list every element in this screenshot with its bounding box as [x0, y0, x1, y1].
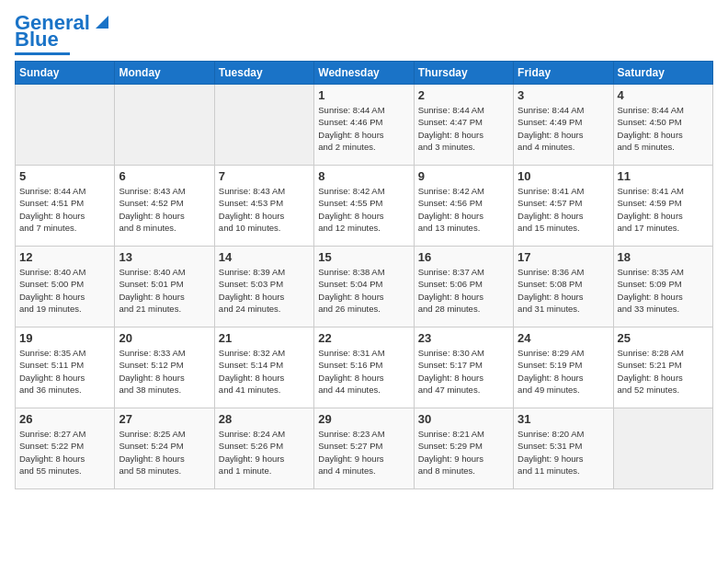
day-number: 21: [219, 331, 310, 345]
logo-icon: [92, 12, 112, 32]
day-info: Sunrise: 8:27 AM Sunset: 5:22 PM Dayligh…: [19, 428, 110, 477]
day-cell: 22Sunrise: 8:31 AM Sunset: 5:16 PM Dayli…: [314, 327, 414, 408]
day-cell: [115, 85, 214, 166]
day-cell: 17Sunrise: 8:36 AM Sunset: 5:08 PM Dayli…: [514, 247, 613, 327]
day-info: Sunrise: 8:30 AM Sunset: 5:17 PM Dayligh…: [418, 347, 509, 396]
day-info: Sunrise: 8:44 AM Sunset: 4:50 PM Dayligh…: [618, 104, 709, 153]
day-number: 11: [618, 169, 709, 183]
week-row-5: 26Sunrise: 8:27 AM Sunset: 5:22 PM Dayli…: [16, 408, 713, 489]
day-cell: 1Sunrise: 8:44 AM Sunset: 4:46 PM Daylig…: [314, 85, 414, 166]
day-info: Sunrise: 8:23 AM Sunset: 5:27 PM Dayligh…: [318, 428, 409, 477]
day-cell: 29Sunrise: 8:23 AM Sunset: 5:27 PM Dayli…: [314, 408, 414, 489]
day-info: Sunrise: 8:28 AM Sunset: 5:21 PM Dayligh…: [618, 347, 709, 396]
day-number: 5: [19, 169, 110, 183]
week-row-2: 5Sunrise: 8:44 AM Sunset: 4:51 PM Daylig…: [16, 166, 713, 247]
day-cell: 26Sunrise: 8:27 AM Sunset: 5:22 PM Dayli…: [16, 408, 115, 489]
week-row-3: 12Sunrise: 8:40 AM Sunset: 5:00 PM Dayli…: [16, 247, 713, 327]
day-info: Sunrise: 8:42 AM Sunset: 4:55 PM Dayligh…: [318, 185, 409, 234]
day-cell: [16, 85, 115, 166]
day-number: 31: [518, 412, 609, 426]
day-cell: 9Sunrise: 8:42 AM Sunset: 4:56 PM Daylig…: [414, 166, 513, 247]
day-info: Sunrise: 8:41 AM Sunset: 4:59 PM Dayligh…: [618, 185, 709, 234]
day-info: Sunrise: 8:24 AM Sunset: 5:26 PM Dayligh…: [219, 428, 310, 477]
week-row-1: 1Sunrise: 8:44 AM Sunset: 4:46 PM Daylig…: [16, 85, 713, 166]
day-cell: 3Sunrise: 8:44 AM Sunset: 4:49 PM Daylig…: [514, 85, 613, 166]
day-info: Sunrise: 8:37 AM Sunset: 5:06 PM Dayligh…: [418, 266, 509, 315]
day-number: 8: [318, 169, 409, 183]
svg-marker-0: [96, 16, 108, 29]
day-cell: 19Sunrise: 8:35 AM Sunset: 5:11 PM Dayli…: [16, 327, 115, 408]
day-info: Sunrise: 8:21 AM Sunset: 5:29 PM Dayligh…: [418, 428, 509, 477]
day-cell: 13Sunrise: 8:40 AM Sunset: 5:01 PM Dayli…: [115, 247, 214, 327]
day-info: Sunrise: 8:42 AM Sunset: 4:56 PM Dayligh…: [418, 185, 509, 234]
day-cell: 21Sunrise: 8:32 AM Sunset: 5:14 PM Dayli…: [214, 327, 313, 408]
day-info: Sunrise: 8:25 AM Sunset: 5:24 PM Dayligh…: [119, 428, 210, 477]
day-cell: 30Sunrise: 8:21 AM Sunset: 5:29 PM Dayli…: [414, 408, 513, 489]
day-cell: 12Sunrise: 8:40 AM Sunset: 5:00 PM Dayli…: [16, 247, 115, 327]
day-cell: 8Sunrise: 8:42 AM Sunset: 4:55 PM Daylig…: [314, 166, 414, 247]
day-info: Sunrise: 8:31 AM Sunset: 5:16 PM Dayligh…: [318, 347, 409, 396]
day-cell: 10Sunrise: 8:41 AM Sunset: 4:57 PM Dayli…: [514, 166, 613, 247]
day-number: 26: [19, 412, 110, 426]
day-number: 29: [318, 412, 409, 426]
day-info: Sunrise: 8:43 AM Sunset: 4:53 PM Dayligh…: [219, 185, 310, 234]
day-number: 19: [19, 331, 110, 345]
day-info: Sunrise: 8:39 AM Sunset: 5:03 PM Dayligh…: [219, 266, 310, 315]
day-info: Sunrise: 8:44 AM Sunset: 4:51 PM Dayligh…: [19, 185, 110, 234]
day-cell: 18Sunrise: 8:35 AM Sunset: 5:09 PM Dayli…: [613, 247, 712, 327]
day-number: 24: [518, 331, 609, 345]
weekday-header-row: SundayMondayTuesdayWednesdayThursdayFrid…: [16, 62, 713, 85]
day-info: Sunrise: 8:43 AM Sunset: 4:52 PM Dayligh…: [119, 185, 210, 234]
weekday-header-sunday: Sunday: [16, 62, 115, 85]
day-number: 12: [19, 250, 110, 264]
day-number: 18: [618, 250, 709, 264]
day-number: 9: [418, 169, 509, 183]
day-number: 30: [418, 412, 509, 426]
day-number: 10: [518, 169, 609, 183]
day-cell: 27Sunrise: 8:25 AM Sunset: 5:24 PM Dayli…: [115, 408, 214, 489]
day-number: 14: [219, 250, 310, 264]
day-info: Sunrise: 8:40 AM Sunset: 5:01 PM Dayligh…: [119, 266, 210, 315]
day-info: Sunrise: 8:44 AM Sunset: 4:49 PM Dayligh…: [518, 104, 609, 153]
day-number: 6: [119, 169, 210, 183]
day-info: Sunrise: 8:29 AM Sunset: 5:19 PM Dayligh…: [518, 347, 609, 396]
header: General Blue: [15, 9, 713, 55]
day-info: Sunrise: 8:32 AM Sunset: 5:14 PM Dayligh…: [219, 347, 310, 396]
day-cell: 25Sunrise: 8:28 AM Sunset: 5:21 PM Dayli…: [613, 327, 712, 408]
day-info: Sunrise: 8:35 AM Sunset: 5:09 PM Dayligh…: [618, 266, 709, 315]
day-info: Sunrise: 8:35 AM Sunset: 5:11 PM Dayligh…: [19, 347, 110, 396]
day-number: 27: [119, 412, 210, 426]
day-cell: 15Sunrise: 8:38 AM Sunset: 5:04 PM Dayli…: [314, 247, 414, 327]
day-info: Sunrise: 8:44 AM Sunset: 4:47 PM Dayligh…: [418, 104, 509, 153]
day-cell: 2Sunrise: 8:44 AM Sunset: 4:47 PM Daylig…: [414, 85, 513, 166]
day-cell: 16Sunrise: 8:37 AM Sunset: 5:06 PM Dayli…: [414, 247, 513, 327]
day-number: 1: [318, 88, 409, 102]
weekday-header-tuesday: Tuesday: [214, 62, 313, 85]
week-row-4: 19Sunrise: 8:35 AM Sunset: 5:11 PM Dayli…: [16, 327, 713, 408]
day-cell: 5Sunrise: 8:44 AM Sunset: 4:51 PM Daylig…: [16, 166, 115, 247]
day-number: 2: [418, 88, 509, 102]
day-number: 28: [219, 412, 310, 426]
day-info: Sunrise: 8:44 AM Sunset: 4:46 PM Dayligh…: [318, 104, 409, 153]
day-cell: 20Sunrise: 8:33 AM Sunset: 5:12 PM Dayli…: [115, 327, 214, 408]
day-cell: 28Sunrise: 8:24 AM Sunset: 5:26 PM Dayli…: [214, 408, 313, 489]
day-number: 3: [518, 88, 609, 102]
weekday-header-monday: Monday: [115, 62, 214, 85]
day-cell: [214, 85, 313, 166]
day-number: 16: [418, 250, 509, 264]
day-number: 13: [119, 250, 210, 264]
page-container: General Blue SundayMondayTuesdayWednesda…: [0, 0, 728, 499]
day-cell: 4Sunrise: 8:44 AM Sunset: 4:50 PM Daylig…: [613, 85, 712, 166]
day-number: 25: [618, 331, 709, 345]
logo-underline: [15, 52, 70, 55]
day-number: 23: [418, 331, 509, 345]
calendar-table: SundayMondayTuesdayWednesdayThursdayFrid…: [15, 61, 713, 489]
day-number: 17: [518, 250, 609, 264]
day-info: Sunrise: 8:20 AM Sunset: 5:31 PM Dayligh…: [518, 428, 609, 477]
day-info: Sunrise: 8:41 AM Sunset: 4:57 PM Dayligh…: [518, 185, 609, 234]
day-cell: 23Sunrise: 8:30 AM Sunset: 5:17 PM Dayli…: [414, 327, 513, 408]
weekday-header-saturday: Saturday: [613, 62, 712, 85]
weekday-header-friday: Friday: [514, 62, 613, 85]
day-cell: 11Sunrise: 8:41 AM Sunset: 4:59 PM Dayli…: [613, 166, 712, 247]
day-info: Sunrise: 8:38 AM Sunset: 5:04 PM Dayligh…: [318, 266, 409, 315]
